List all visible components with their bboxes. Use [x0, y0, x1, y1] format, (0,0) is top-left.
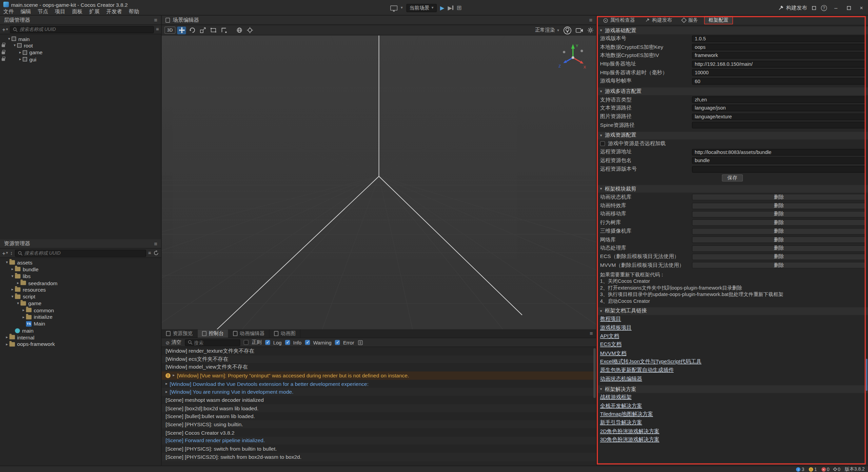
- asset-node-main-ts[interactable]: TS Main: [0, 320, 161, 327]
- solution-link[interactable]: 战棋游戏框架: [600, 394, 632, 401]
- http-timeout-input[interactable]: [692, 69, 866, 76]
- warning-count-badge[interactable]: ! 1: [809, 467, 817, 472]
- doc-link[interactable]: ECS文档: [600, 341, 622, 348]
- doc-link[interactable]: 原生包热更新配置自动生成插件: [600, 367, 674, 374]
- expand-arrow-icon[interactable]: ▸: [18, 57, 23, 61]
- assets-search-input[interactable]: [24, 250, 143, 256]
- expand-arrow-icon[interactable]: ▾: [16, 301, 21, 306]
- error-count-badge[interactable]: × 0: [821, 467, 829, 472]
- remote-load-checkbox[interactable]: [600, 141, 605, 146]
- asset-node-common[interactable]: ▸ common: [0, 307, 161, 314]
- filter-info-checkbox[interactable]: [285, 340, 290, 345]
- panel-menu-icon[interactable]: ≡: [154, 17, 157, 23]
- expand-arrow-icon[interactable]: ▸: [165, 381, 167, 386]
- filter-log-checkbox[interactable]: [265, 340, 270, 345]
- expand-arrow-icon[interactable]: ▸: [21, 308, 26, 312]
- log-row[interactable]: [Scene] [bullet]:bullet wasm lib loaded.: [162, 412, 596, 420]
- delete-module-button[interactable]: 删除: [692, 194, 866, 201]
- lock-icon[interactable]: [2, 44, 5, 47]
- log-row[interactable]: [Scene] Cocos Creator v3.8.2: [162, 428, 596, 436]
- tab-service[interactable]: 服务: [678, 16, 702, 24]
- solution-link[interactable]: 全栈开发解决方案: [600, 402, 642, 409]
- hierarchy-filter-icon[interactable]: ≡: [156, 26, 159, 32]
- scene-selector-dropdown[interactable]: 当前场景 ▾: [406, 4, 437, 12]
- panel-menu-icon[interactable]: ≡: [589, 17, 592, 23]
- game-version-input[interactable]: [692, 35, 866, 42]
- regex-checkbox[interactable]: [243, 340, 249, 345]
- menu-help[interactable]: 帮助: [129, 8, 139, 15]
- filter-warning-checkbox[interactable]: [305, 340, 310, 345]
- scale-tool-button[interactable]: [198, 26, 207, 34]
- panel-menu-icon[interactable]: ≡: [590, 331, 596, 337]
- tab-property-inspector[interactable]: 属性检查器: [599, 16, 639, 24]
- asset-node-bundle[interactable]: ▸ bundle: [0, 266, 161, 273]
- log-row[interactable]: [Scene] meshopt wasm decoder initialized: [162, 396, 596, 404]
- expand-arrow-icon[interactable]: ▸: [10, 288, 15, 292]
- asset-node-initialize[interactable]: ▸ initialize: [0, 314, 161, 320]
- crypto-iv-input[interactable]: [692, 52, 866, 59]
- clear-console-button[interactable]: ⊘清空: [165, 339, 181, 346]
- scene-viewport[interactable]: Y X Z: [162, 35, 596, 329]
- asset-node-assets[interactable]: ▾ assets: [0, 259, 161, 266]
- doc-link[interactable]: 游戏模板项目: [600, 324, 632, 331]
- expand-arrow-icon[interactable]: ▸: [4, 335, 9, 339]
- section-solutions[interactable]: ▾ 框架解决方案: [597, 385, 868, 393]
- asset-node-seedrandom[interactable]: ▸ seedrandom: [0, 279, 161, 286]
- mode-3d-toggle[interactable]: 3D: [164, 26, 176, 34]
- log-row-info[interactable]: ▸ [Window] Download the Vue Devtools ext…: [162, 380, 596, 388]
- preview-device-icon[interactable]: [390, 5, 397, 11]
- device-chevron-down-icon[interactable]: ▾: [401, 5, 403, 10]
- play-button[interactable]: ▶: [440, 5, 445, 11]
- minimize-button[interactable]: –: [832, 5, 840, 11]
- move-tool-button[interactable]: [177, 26, 186, 34]
- image-res-path-input[interactable]: [692, 113, 866, 120]
- lighting-toggle-button[interactable]: [564, 26, 571, 34]
- delete-module-button[interactable]: 删除: [692, 211, 866, 218]
- expand-arrow-icon[interactable]: ▸: [21, 315, 26, 319]
- hierarchy-node-gui[interactable]: ▸ gui: [0, 56, 161, 63]
- asset-node-internal[interactable]: ▸ internal: [0, 334, 161, 341]
- rect-tool-button[interactable]: [209, 26, 218, 34]
- console-settings-icon[interactable]: [357, 340, 363, 345]
- section-game-basic[interactable]: ▾ 游戏基础配置: [597, 26, 868, 34]
- menu-extension[interactable]: 扩展: [89, 8, 100, 15]
- frame-rate-input[interactable]: [692, 78, 866, 85]
- doc-link[interactable]: Excel格式转Json文件与TypeScript代码工具: [600, 358, 702, 365]
- section-i18n[interactable]: ▾ 游戏多语言配置: [597, 88, 868, 96]
- rotate-tool-button[interactable]: [188, 26, 196, 34]
- log-row[interactable]: [Window] ecs文件夹不存在: [162, 355, 596, 363]
- log-row-warning[interactable]: ! ▸ [Window] [Vue warn]: Property "onInp…: [162, 372, 596, 380]
- menu-developer[interactable]: 开发者: [106, 8, 122, 15]
- delete-module-button[interactable]: 删除: [692, 254, 866, 260]
- expand-arrow-icon[interactable]: ▾: [12, 43, 17, 48]
- expand-arrow-icon[interactable]: ▸: [10, 267, 15, 272]
- log-row[interactable]: [Scene] [PHYSICS]: using builtin.: [162, 420, 596, 428]
- asset-node-resources[interactable]: ▸ resources: [0, 286, 161, 293]
- asset-node-main-scene[interactable]: main: [0, 327, 161, 334]
- panel-menu-icon[interactable]: ≡: [154, 240, 157, 247]
- tab-build-publish[interactable]: 构建发布: [641, 16, 676, 24]
- orientation-gizmo[interactable]: Y X Z: [557, 41, 588, 72]
- expand-arrow-icon[interactable]: ▾: [10, 274, 15, 278]
- expand-arrow-icon[interactable]: ▸: [173, 373, 175, 378]
- filter-error-checkbox[interactable]: [335, 340, 340, 345]
- remote-url-input[interactable]: [692, 149, 866, 156]
- tab-animation-graph[interactable]: 动画图: [270, 329, 300, 337]
- log-row[interactable]: [Scene] [PHYSICS2D]: switch from box2d-w…: [162, 453, 596, 461]
- layout-panel-icon[interactable]: [812, 6, 816, 9]
- hierarchy-node-root[interactable]: ▾ root: [0, 42, 161, 49]
- world-local-toggle[interactable]: [235, 26, 243, 34]
- section-doc-links[interactable]: ▾ 框架文档工具链接: [597, 307, 868, 315]
- menu-node[interactable]: 节点: [38, 8, 48, 15]
- delete-module-button[interactable]: 删除: [692, 228, 866, 235]
- expand-arrow-icon[interactable]: ▾: [7, 37, 12, 41]
- log-row[interactable]: [Window] model_view文件夹不存在: [162, 363, 596, 372]
- doc-link[interactable]: API文档: [600, 333, 619, 340]
- delete-module-button[interactable]: 删除: [692, 219, 866, 226]
- section-framework-modules[interactable]: ▾ 框架模块裁剪: [597, 185, 868, 193]
- assets-filter-icon[interactable]: ≡: [148, 250, 151, 256]
- gizmo-snap-button[interactable]: [219, 26, 228, 34]
- http-server-input[interactable]: [692, 61, 866, 67]
- menu-panel[interactable]: 面板: [72, 8, 82, 15]
- delete-module-button[interactable]: 删除: [692, 202, 866, 209]
